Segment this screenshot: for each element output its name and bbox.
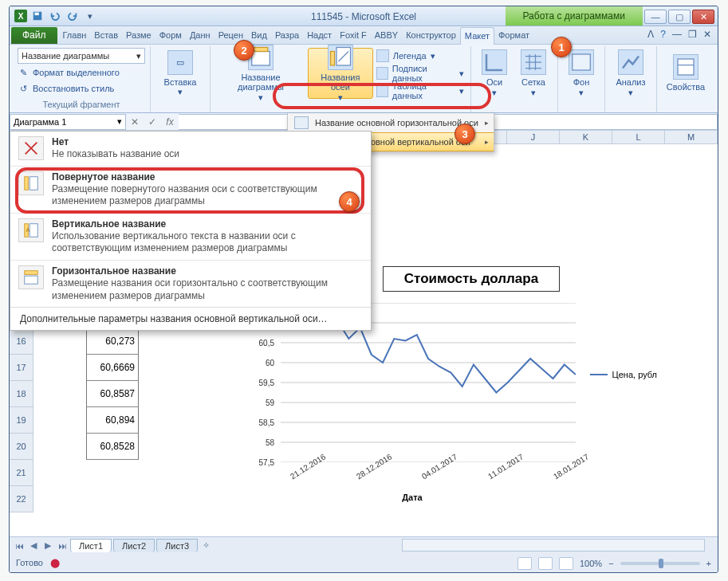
ribbon-minimize-icon[interactable]: ᐱ <box>647 29 654 40</box>
callout-3: 3 <box>455 124 475 144</box>
cell[interactable]: 60,8587 <box>86 381 139 407</box>
chart-legend[interactable]: Цена, рубл <box>590 370 657 379</box>
row-header[interactable]: 22 <box>10 486 33 512</box>
view-page-layout-button[interactable] <box>538 557 553 570</box>
zoom-in-button[interactable]: + <box>706 559 711 568</box>
tab-chart-design[interactable]: Конструктор <box>402 27 460 44</box>
zoom-slider[interactable] <box>620 562 700 565</box>
data-labels-button[interactable]: Подписи данных ▾ <box>375 65 466 81</box>
enter-formula-icon[interactable]: ✓ <box>144 116 161 128</box>
group-insert: ▭ Вставка ▾ <box>150 46 210 112</box>
cell[interactable]: 60,6669 <box>86 355 139 381</box>
legend-label: Цена, рубл <box>612 370 657 379</box>
row-header[interactable]: 17 <box>10 355 33 381</box>
workbook-close-icon[interactable]: ✕ <box>703 29 711 40</box>
column-header[interactable]: L <box>612 131 665 143</box>
properties-button[interactable]: Свойства <box>662 48 710 99</box>
excel-app-icon: X <box>14 10 27 22</box>
sheet-nav-prev[interactable]: ◀ <box>27 540 40 552</box>
tab-insert[interactable]: Встав <box>90 27 122 44</box>
sheet-nav-last[interactable]: ⏭ <box>56 540 69 552</box>
gridlines-icon <box>521 49 546 75</box>
horizontal-scrollbar[interactable] <box>402 539 705 552</box>
tab-formulas[interactable]: Форм <box>155 27 186 44</box>
column-header[interactable]: M <box>665 131 718 143</box>
ribbon-body: Название диаграммы▾ ✎ Формат выделенного… <box>10 45 718 113</box>
svg-rect-3 <box>254 48 268 52</box>
cell[interactable]: 60,273 <box>86 328 139 355</box>
background-button[interactable]: Фон ▾ <box>563 48 600 99</box>
svg-rect-4 <box>330 52 334 66</box>
window-maximize-button[interactable]: ▢ <box>668 10 691 24</box>
row-header[interactable]: 20 <box>10 434 33 460</box>
help-icon[interactable]: ? <box>660 29 666 40</box>
qa-customize-icon[interactable]: ▾ <box>83 9 97 23</box>
tab-developer[interactable]: Разра <box>271 27 303 44</box>
sheet-nav-first[interactable]: ⏮ <box>13 540 26 552</box>
tab-chart-layout[interactable]: Макет <box>460 27 494 45</box>
row-header[interactable]: 16 <box>10 328 33 355</box>
view-page-break-button[interactable] <box>559 557 573 570</box>
qa-save-icon[interactable] <box>30 9 45 23</box>
macro-record-icon[interactable]: ⬤ <box>50 558 60 567</box>
tab-view[interactable]: Вид <box>247 27 271 44</box>
workbook-restore-icon[interactable]: ❐ <box>688 29 697 40</box>
cell[interactable]: 60,894 <box>86 407 139 434</box>
format-selection-icon: ✎ <box>18 67 29 78</box>
gridlines-button[interactable]: Сетка ▾ <box>514 48 553 99</box>
name-box[interactable]: Диаграмма 1▾ <box>10 114 126 130</box>
workbook-minimize-icon[interactable]: — <box>672 29 682 40</box>
tab-addins[interactable]: Надст <box>303 27 336 44</box>
zoom-level[interactable]: 100% <box>580 559 602 568</box>
group-axes: Оси ▾ Сетка ▾ <box>470 46 557 112</box>
sheet-tab-2[interactable]: Лист2 <box>113 539 155 552</box>
axis-titles-button[interactable]: Названия осей ▾ <box>308 48 373 99</box>
tab-abbyy[interactable]: ABBY <box>371 27 402 44</box>
sheet-tab-1[interactable]: Лист1 <box>70 539 112 552</box>
view-normal-button[interactable] <box>517 557 532 570</box>
tab-pagelayout[interactable]: Разме <box>122 27 155 44</box>
title-bar: X ▾ 111545 - Microsoft Excel Работа с ди… <box>10 6 718 26</box>
axis-title-none[interactable]: Нет Не показывать название оси <box>10 132 371 166</box>
zoom-out-button[interactable]: − <box>608 559 613 568</box>
axis-title-more-options[interactable]: Дополнительные параметры названия основн… <box>10 307 371 330</box>
quick-access-toolbar: X ▾ <box>10 6 102 26</box>
sheet-insert-icon[interactable]: ✧ <box>199 540 212 552</box>
column-header[interactable]: J <box>507 131 560 143</box>
axis-title-rotated[interactable]: Повернутое название Размещение повернуто… <box>10 166 371 213</box>
tab-foxit[interactable]: Foxit F <box>336 27 371 44</box>
chevron-down-icon: ▾ <box>117 116 122 127</box>
row-header[interactable]: 19 <box>10 407 33 434</box>
bottom-bar: ⏮ ◀ ▶ ⏭ Лист1 Лист2 Лист3 ✧ Готово ⬤ 100… <box>10 536 718 572</box>
qa-undo-icon[interactable] <box>48 9 62 23</box>
cancel-formula-icon[interactable]: ✕ <box>126 116 144 128</box>
axis-title-horizontal[interactable]: Горизонтальное название Размещение назва… <box>10 260 371 307</box>
axis-title-vertical[interactable]: A Вертикальное название Использование ве… <box>10 213 371 260</box>
chart-title[interactable]: Стоимость доллара <box>383 266 560 292</box>
chart-elements-dropdown[interactable]: Название диаграммы▾ <box>18 48 145 64</box>
group-title-selection: Текущий фрагмент <box>18 100 145 111</box>
status-bar: Готово ⬤ 100% − + <box>10 554 718 572</box>
chart-title-button[interactable]: Название диаграммы ▾ <box>215 48 306 99</box>
reset-style-button[interactable]: ↺ Восстановить стиль <box>18 81 145 96</box>
format-selection-button[interactable]: ✎ Формат выделенного <box>18 65 145 80</box>
column-header[interactable]: K <box>560 131 612 143</box>
cell[interactable]: 60,8528 <box>86 434 139 460</box>
sheet-nav-next[interactable]: ▶ <box>41 540 54 552</box>
tab-home[interactable]: Главн <box>59 27 91 44</box>
axes-button[interactable]: Оси ▾ <box>476 48 513 99</box>
row-header[interactable]: 18 <box>10 381 33 407</box>
insert-shapes-button[interactable]: ▭ Вставка ▾ <box>155 48 205 99</box>
tab-chart-format[interactable]: Формат <box>494 27 533 44</box>
row-header[interactable]: 21 <box>10 460 33 486</box>
analysis-button[interactable]: Анализ ▾ <box>610 48 651 99</box>
sheet-tab-3[interactable]: Лист3 <box>156 539 198 552</box>
fx-icon[interactable]: fx <box>161 116 179 128</box>
window-close-button[interactable]: ✕ <box>692 10 714 24</box>
qa-redo-icon[interactable] <box>65 9 80 23</box>
window-minimize-button[interactable]: — <box>644 10 667 24</box>
tab-data[interactable]: Данн <box>186 27 214 44</box>
tab-file[interactable]: Файл <box>11 27 57 44</box>
legend-button[interactable]: Легенда ▾ <box>375 48 466 64</box>
data-table-button[interactable]: Таблица данных ▾ <box>375 83 466 99</box>
